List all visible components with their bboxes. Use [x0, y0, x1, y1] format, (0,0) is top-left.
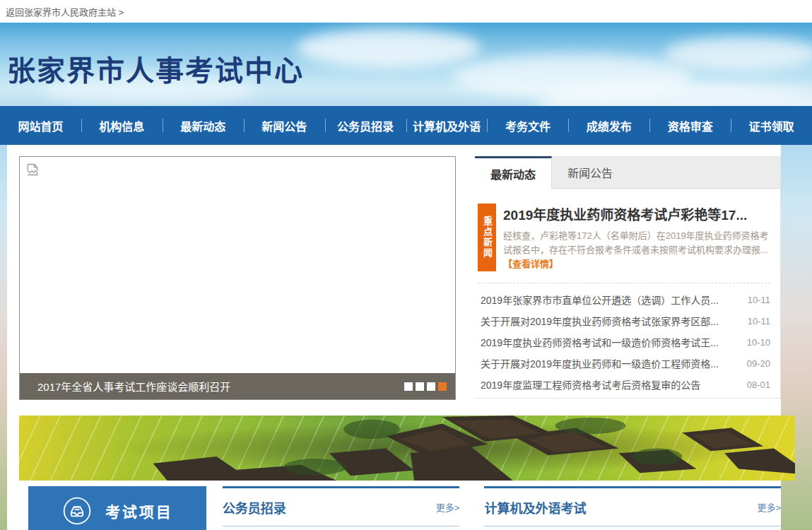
carousel-dot[interactable]: [416, 382, 424, 391]
exam-projects-label: 考试项目: [105, 500, 173, 522]
dashed-divider: [478, 283, 770, 283]
news-item-title[interactable]: 2019年张家界市市直单位公开遴选（选调）工作人员...: [481, 293, 739, 307]
nav-item-org-info[interactable]: 机构信息: [81, 106, 163, 145]
carousel-dot[interactable]: [404, 382, 413, 391]
news-item-date: 09-20: [747, 358, 770, 369]
featured-news-title[interactable]: 2019年度执业药师资格考试卢彩艳等17...: [503, 204, 770, 223]
nav-item-home[interactable]: 网站首页: [0, 106, 81, 145]
news-list-item[interactable]: 2019年度监理工程师资格考试考后资格复审的公告 08-01: [481, 374, 770, 395]
featured-news-summary: 经核查，卢彩艳等172人（名单附后）在2019年度执业药师资格考试报名中，存在不…: [503, 229, 770, 271]
carousel-pagination: [404, 382, 447, 391]
computer-language-more-link[interactable]: 更多>: [757, 500, 781, 514]
nav-item-exam-documents[interactable]: 考务文件: [487, 106, 568, 145]
news-item-date: 08-01: [747, 379, 770, 390]
news-list-item[interactable]: 2019年张家界市市直单位公开遴选（选调）工作人员... 10-11: [481, 289, 770, 310]
news-item-date: 10-10: [747, 337, 770, 348]
featured-news: 重点新闻 2019年度执业药师资格考试卢彩艳等17... 经核查，卢彩艳等172…: [478, 204, 770, 271]
news-panel: 最新动态 新闻公告 重点新闻 2019年度执业药师资格考试卢彩艳等17... 经…: [475, 156, 781, 399]
computer-language-section: 计算机及外语考试 更多>: [484, 486, 781, 530]
nav-item-latest-news[interactable]: 最新动态: [163, 106, 244, 145]
top-bar: 返回张家界市人民政府主站 >: [0, 0, 812, 23]
carousel-caption: 2017年全省人事考试工作座谈会顺利召开: [37, 379, 404, 394]
featured-summary-text: 经核查，卢彩艳等172人（名单附后）在2019年度执业药师资格考试报名中，存在不…: [503, 230, 769, 255]
cloud-decoration: [297, 28, 481, 68]
news-item-title[interactable]: 2019年度监理工程师资格考试考后资格复审的公告: [481, 377, 739, 391]
bottom-sections: 考试项目 公务员招录 更多> 计算机及外语考试 更多>: [19, 486, 781, 530]
village-roofs-illustration: [19, 416, 795, 481]
scenic-banner-image: [19, 416, 795, 481]
news-item-title[interactable]: 2019年度执业药师资格考试和一级造价师资格考试王...: [481, 335, 739, 349]
news-list: 2019年张家界市市直单位公开遴选（选调）工作人员... 10-11 关于开展对…: [481, 289, 770, 395]
return-home-link[interactable]: 返回张家界市人民政府主站 >: [6, 5, 124, 18]
civil-service-more-link[interactable]: 更多>: [436, 500, 460, 514]
site-header: 张家界市人事考试中心: [0, 23, 812, 106]
computer-language-heading: 计算机及外语考试: [484, 498, 757, 517]
nav-item-certificate[interactable]: 证书领取: [731, 106, 812, 145]
broken-image-icon: [25, 163, 40, 177]
nav-item-qualification-review[interactable]: 资格审查: [649, 106, 731, 145]
news-tabs: 最新动态 新闻公告: [475, 156, 780, 189]
main-content: 2017年全省人事考试工作座谈会顺利召开 最新动态 新闻公告 重点新闻 2019…: [7, 145, 781, 530]
civil-service-heading: 公务员招录: [223, 498, 436, 517]
civil-service-section: 公务员招录 更多>: [223, 486, 460, 530]
news-item-title[interactable]: 关于开展对2019年度执业药师资格考试张家界考区部...: [481, 314, 739, 328]
nav-item-announcements[interactable]: 新闻公告: [244, 106, 325, 145]
news-item-date: 10-11: [748, 316, 770, 326]
site-title: 张家界市人事考试中心: [7, 48, 304, 89]
news-list-item[interactable]: 关于开展对2019年度执业药师和一级造价工程师资格... 09-20: [481, 353, 770, 374]
carousel-caption-bar: 2017年全省人事考试工作座谈会顺利召开: [20, 373, 455, 399]
news-item-date: 10-11: [748, 295, 770, 305]
nav-item-results[interactable]: 成绩发布: [568, 106, 649, 145]
view-details-link[interactable]: 【查看详情】: [503, 259, 558, 269]
tab-announcements[interactable]: 新闻公告: [552, 156, 628, 188]
news-list-item[interactable]: 关于开展对2019年度执业药师资格考试张家界考区部... 10-11: [481, 310, 770, 331]
carousel-dot[interactable]: [427, 382, 435, 391]
news-carousel[interactable]: 2017年全省人事考试工作座谈会顺利召开: [19, 156, 456, 400]
tab-latest-news[interactable]: 最新动态: [475, 156, 552, 189]
key-news-badge: 重点新闻: [478, 204, 496, 271]
cloud-decoration: [664, 37, 812, 71]
nav-item-computer-language[interactable]: 计算机及外语: [406, 106, 488, 145]
nav-item-civil-service[interactable]: 公务员招录: [325, 106, 406, 145]
exam-inbox-icon: [61, 495, 93, 526]
carousel-dot-active[interactable]: [438, 382, 447, 391]
news-list-item[interactable]: 2019年度执业药师资格考试和一级造价师资格考试王... 10-10: [481, 331, 770, 353]
news-item-title[interactable]: 关于开展对2019年度执业药师和一级造价工程师资格...: [481, 356, 739, 370]
exam-projects-button[interactable]: 考试项目: [28, 486, 206, 530]
main-nav: 网站首页 机构信息 最新动态 新闻公告 公务员招录 计算机及外语 考务文件 成绩…: [0, 106, 812, 145]
